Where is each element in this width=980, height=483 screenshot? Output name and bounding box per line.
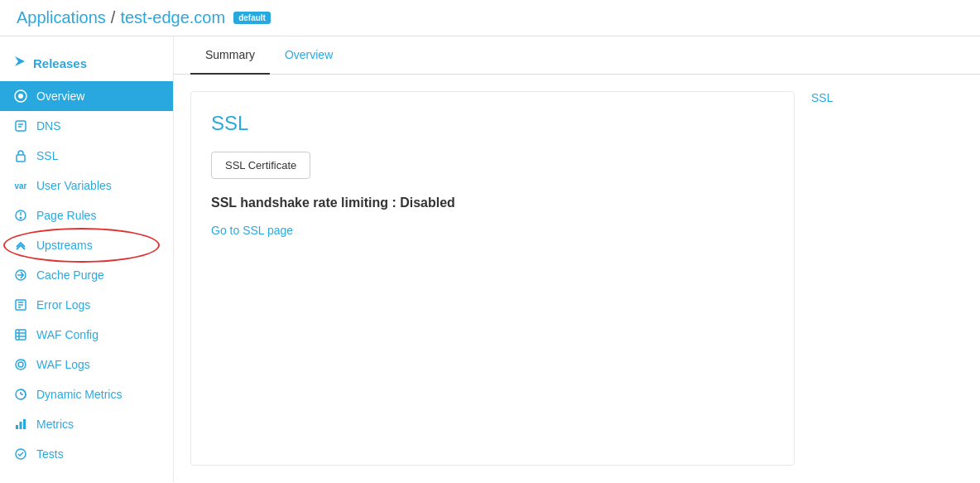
svg-point-2	[18, 94, 23, 99]
ssl-status-text: SSL handshake rate limiting : Disabled	[211, 196, 774, 210]
waf-config-icon	[13, 328, 28, 341]
releases-icon	[13, 55, 26, 71]
overview-icon	[13, 89, 28, 103]
tab-overview[interactable]: Overview	[270, 36, 348, 75]
sidebar-item-user-variables[interactable]: var User Variables	[0, 171, 173, 200]
header-breadcrumb: Applications / test-edge.com default	[17, 8, 271, 27]
app-domain: test-edge.com	[120, 8, 225, 27]
default-badge: default	[233, 12, 271, 24]
sidebar-item-label: DNS	[36, 119, 61, 133]
main-content: Summary Overview SSL SSL Certificate SSL…	[174, 36, 980, 482]
tab-bar: Summary Overview	[174, 36, 980, 75]
metrics-icon	[13, 418, 28, 431]
sidebar-item-error-logs[interactable]: Error Logs	[0, 290, 173, 320]
sidebar-item-cache-purge[interactable]: Cache Purge	[0, 260, 173, 290]
sidebar-item-label: Tests	[36, 447, 64, 461]
sidebar: Releases Overview DNS SSL var User Va	[0, 36, 174, 482]
svg-rect-24	[16, 425, 18, 429]
app-prefix: Applications	[17, 8, 106, 27]
page-rules-icon	[13, 209, 28, 222]
sidebar-item-label: Metrics	[36, 418, 74, 431]
svg-point-9	[20, 217, 22, 219]
content-area: SSL SSL Certificate SSL handshake rate l…	[174, 75, 980, 482]
sidebar-item-waf-logs[interactable]: WAF Logs	[0, 350, 173, 379]
sidebar-item-metrics[interactable]: Metrics	[0, 409, 173, 439]
cache-purge-icon	[13, 268, 28, 282]
svg-marker-0	[15, 56, 25, 66]
user-variables-icon: var	[13, 181, 28, 191]
sidebar-item-label: Page Rules	[36, 209, 96, 222]
waf-logs-icon	[13, 358, 28, 371]
sidebar-item-label: SSL	[36, 149, 58, 162]
sidebar-item-label: Overview	[36, 89, 84, 103]
sidebar-item-page-rules[interactable]: Page Rules	[0, 200, 173, 230]
sidebar-item-waf-config[interactable]: WAF Config	[0, 320, 173, 350]
sidebar-item-label: WAF Config	[36, 328, 98, 341]
svg-rect-25	[20, 422, 22, 429]
app-header: Applications / test-edge.com default	[0, 0, 980, 36]
sidebar-item-label: Error Logs	[36, 298, 90, 312]
breadcrumb-separator: /	[111, 8, 116, 27]
go-to-ssl-link[interactable]: Go to SSL page	[211, 224, 293, 237]
tests-icon	[13, 447, 28, 461]
sidebar-item-label: Dynamic Metrics	[36, 388, 122, 401]
error-logs-icon	[13, 298, 28, 312]
dns-icon	[13, 119, 28, 133]
ssl-title: SSL	[211, 112, 774, 135]
sidebar-releases-section[interactable]: Releases	[0, 45, 173, 81]
sidebar-item-tests[interactable]: Tests	[0, 439, 173, 469]
sidebar-item-label: Cache Purge	[36, 268, 104, 282]
ssl-icon	[13, 149, 28, 162]
sidebar-item-upstreams[interactable]: Upstreams	[0, 230, 173, 260]
svg-rect-14	[16, 330, 26, 340]
svg-rect-3	[16, 121, 26, 131]
svg-point-19	[18, 362, 23, 367]
tab-summary[interactable]: Summary	[190, 36, 270, 75]
upstreams-icon	[13, 239, 28, 252]
main-layout: Releases Overview DNS SSL var User Va	[0, 36, 980, 482]
svg-rect-26	[23, 419, 26, 429]
sidebar-item-dns[interactable]: DNS	[0, 111, 173, 141]
ssl-card: SSL SSL Certificate SSL handshake rate l…	[190, 91, 795, 466]
sidebar-item-ssl[interactable]: SSL	[0, 141, 173, 171]
ssl-right-panel-link[interactable]: SSL	[811, 88, 833, 108]
sidebar-item-dynamic-metrics[interactable]: Dynamic Metrics	[0, 379, 173, 409]
sidebar-item-overview[interactable]: Overview	[0, 81, 173, 111]
sidebar-item-label: User Variables	[36, 179, 112, 192]
sidebar-item-label: WAF Logs	[36, 358, 90, 371]
sidebar-section-label: Releases	[33, 56, 87, 70]
ssl-certificate-button[interactable]: SSL Certificate	[211, 152, 310, 179]
svg-rect-6	[17, 155, 25, 162]
right-panel: SSL	[811, 91, 944, 466]
dynamic-metrics-icon	[13, 388, 28, 401]
sidebar-item-label: Upstreams	[36, 239, 93, 252]
ssl-cert-button-wrapper: SSL Certificate	[211, 152, 774, 196]
